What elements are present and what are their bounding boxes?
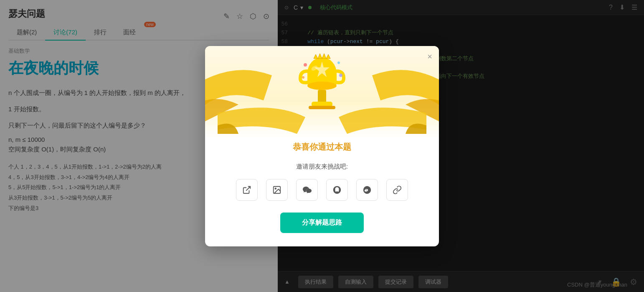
share-wechat-button[interactable]: [296, 179, 318, 201]
share-weibo-button[interactable]: [356, 179, 378, 201]
trophy-icon: [297, 52, 347, 119]
share-image-button[interactable]: [266, 179, 288, 201]
svg-point-2: [307, 82, 337, 90]
invite-text: 邀请朋友来挑战吧:: [205, 163, 439, 171]
share-external-button[interactable]: [236, 179, 258, 201]
svg-rect-5: [309, 106, 335, 109]
svg-point-10: [337, 61, 340, 64]
share-link-button[interactable]: [386, 179, 408, 201]
svg-point-11: [302, 76, 304, 79]
svg-point-17: [366, 190, 367, 190]
svg-point-15: [275, 188, 276, 189]
svg-rect-3: [318, 90, 326, 102]
trophy-area: [205, 46, 439, 138]
modal-overlay[interactable]: ×: [0, 0, 644, 292]
share-icons-row: [205, 179, 439, 201]
svg-point-9: [304, 63, 307, 67]
svg-line-13: [246, 186, 250, 190]
congratulations-text: 恭喜你通过本题: [205, 141, 439, 153]
modal-close-button[interactable]: ×: [427, 52, 432, 61]
success-modal: ×: [205, 46, 439, 246]
share-solution-button[interactable]: 分享解题思路: [280, 213, 364, 233]
share-qq-button[interactable]: [326, 179, 348, 201]
svg-point-12: [339, 74, 342, 77]
